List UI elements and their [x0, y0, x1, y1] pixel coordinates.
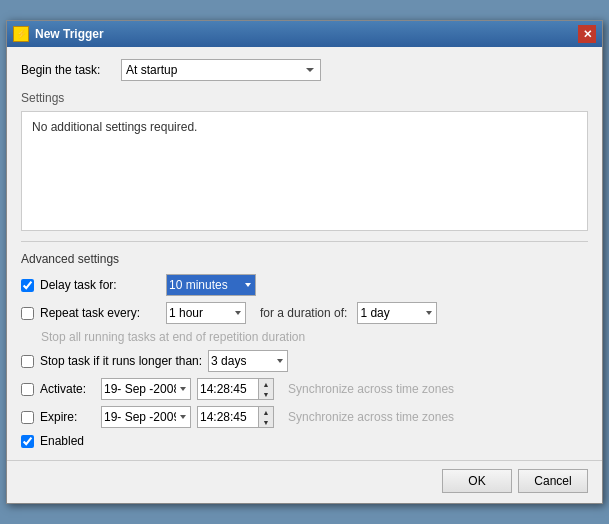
activate-row: Activate: 19- Sep -2008 ▲ ▼ Synchronize …	[21, 378, 588, 400]
begin-task-row: Begin the task: At startup On a schedule…	[21, 59, 588, 81]
enabled-label: Enabled	[40, 434, 84, 448]
begin-task-select[interactable]: At startup On a schedule At log on On id…	[121, 59, 321, 81]
dialog-footer: OK Cancel	[7, 460, 602, 503]
expire-checkbox[interactable]	[21, 411, 34, 424]
stop-task-select[interactable]: 3 days 1 day 1 hour	[208, 350, 288, 372]
cancel-button[interactable]: Cancel	[518, 469, 588, 493]
section-divider	[21, 241, 588, 242]
dialog-content: Begin the task: At startup On a schedule…	[7, 47, 602, 460]
activate-time-wrap: ▲ ▼	[197, 378, 274, 400]
window-icon: ⚡	[13, 26, 29, 42]
expire-time-down[interactable]: ▼	[259, 417, 273, 427]
activate-sync-label: Synchronize across time zones	[288, 382, 454, 396]
enabled-checkbox[interactable]	[21, 435, 34, 448]
expire-date-select[interactable]: 19- Sep -2009	[101, 406, 191, 428]
stop-all-text: Stop all running tasks at end of repetit…	[41, 330, 305, 344]
enabled-row: Enabled	[21, 434, 588, 448]
expire-label: Expire:	[40, 410, 95, 424]
settings-box: No additional settings required.	[21, 111, 588, 231]
activate-time-down[interactable]: ▼	[259, 389, 273, 399]
stop-task-checkbox[interactable]	[21, 355, 34, 368]
window-title: New Trigger	[35, 27, 104, 41]
activate-time-spinner: ▲ ▼	[258, 379, 273, 399]
begin-task-label: Begin the task:	[21, 63, 121, 77]
no-settings-text: No additional settings required.	[32, 120, 197, 134]
expire-time-up[interactable]: ▲	[259, 407, 273, 417]
advanced-section-label: Advanced settings	[21, 252, 588, 266]
stop-all-row: Stop all running tasks at end of repetit…	[41, 330, 588, 344]
expire-time-spinner: ▲ ▼	[258, 407, 273, 427]
repeat-checkbox[interactable]	[21, 307, 34, 320]
new-trigger-dialog: ⚡ New Trigger ✕ Begin the task: At start…	[6, 20, 603, 504]
expire-time-input[interactable]	[198, 407, 258, 427]
expire-time-wrap: ▲ ▼	[197, 406, 274, 428]
repeat-select[interactable]: 1 hour 30 minutes 2 hours	[166, 302, 246, 324]
activate-date-select[interactable]: 19- Sep -2008	[101, 378, 191, 400]
ok-button[interactable]: OK	[442, 469, 512, 493]
title-bar-left: ⚡ New Trigger	[13, 26, 104, 42]
activate-time-up[interactable]: ▲	[259, 379, 273, 389]
close-button[interactable]: ✕	[578, 25, 596, 43]
expire-sync-label: Synchronize across time zones	[288, 410, 454, 424]
repeat-label: Repeat task every:	[40, 306, 160, 320]
activate-checkbox[interactable]	[21, 383, 34, 396]
delay-select[interactable]: 10 minutes 30 minutes 1 hour 2 hours	[166, 274, 256, 296]
delay-row: Delay task for: 10 minutes 30 minutes 1 …	[21, 274, 588, 296]
delay-label: Delay task for:	[40, 278, 160, 292]
duration-select[interactable]: 1 day 2 days 1 week	[357, 302, 437, 324]
activate-label: Activate:	[40, 382, 95, 396]
activate-time-input[interactable]	[198, 379, 258, 399]
stop-task-label: Stop task if it runs longer than:	[40, 354, 202, 368]
settings-section-label: Settings	[21, 91, 588, 105]
stop-task-row: Stop task if it runs longer than: 3 days…	[21, 350, 588, 372]
repeat-row: Repeat task every: 1 hour 30 minutes 2 h…	[21, 302, 588, 324]
delay-checkbox[interactable]	[21, 279, 34, 292]
for-duration-label: for a duration of:	[260, 306, 347, 320]
expire-row: Expire: 19- Sep -2009 ▲ ▼ Synchronize ac…	[21, 406, 588, 428]
title-bar: ⚡ New Trigger ✕	[7, 21, 602, 47]
